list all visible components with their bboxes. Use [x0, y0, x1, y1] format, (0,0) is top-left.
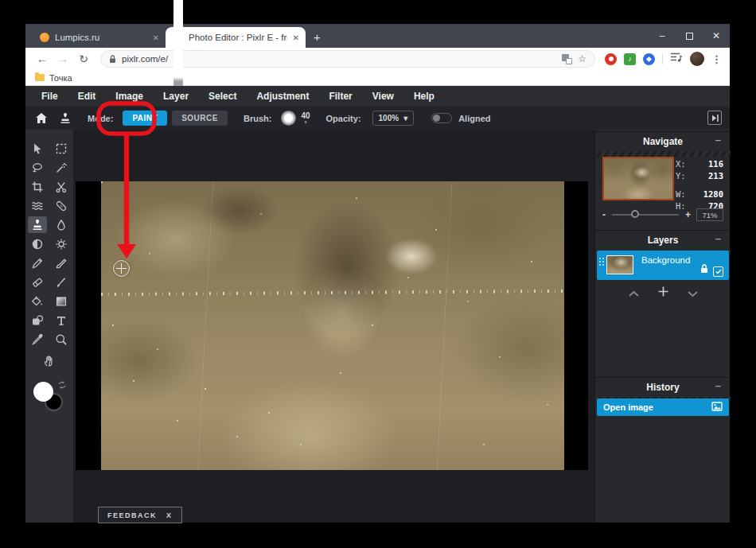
clone-stamp-tool-icon[interactable] [28, 216, 47, 233]
feedback-close[interactable]: X [166, 511, 173, 519]
url-text: pixlr.com/e/ [122, 54, 556, 64]
hand-tool-icon[interactable] [40, 352, 59, 369]
arrange-tool-icon[interactable] [28, 140, 47, 157]
swap-colors-icon[interactable] [57, 379, 67, 393]
text-tool-icon[interactable] [52, 312, 71, 328]
adblock-extension-icon[interactable] [605, 53, 617, 65]
layer-row-background[interactable]: Background [597, 251, 729, 280]
blur-tool-icon[interactable] [52, 216, 71, 233]
menu-help[interactable]: Help [414, 91, 435, 102]
tab-title: Lumpics.ru [55, 33, 147, 42]
window-controls: – ✕ [649, 24, 730, 48]
reload-icon[interactable]: ↻ [75, 52, 92, 65]
layers-header: Layers – [595, 230, 731, 250]
toning-tool-icon[interactable] [28, 235, 47, 252]
gradient-tool-icon[interactable] [52, 293, 71, 309]
collapse-panel-icon[interactable] [707, 111, 722, 125]
move-layer-up-icon[interactable] [628, 286, 640, 301]
feedback-button[interactable]: FEEDBACK X [98, 507, 182, 523]
cutout-tool-icon[interactable] [52, 178, 71, 195]
home-icon[interactable] [35, 112, 48, 124]
back-icon[interactable]: ← [33, 52, 51, 65]
brush-preview[interactable] [281, 111, 296, 126]
media-controls-icon[interactable] [670, 52, 683, 66]
new-tab-button[interactable]: + [314, 30, 321, 44]
collapse-navigate-button[interactable]: – [715, 134, 721, 146]
draw-tool-icon[interactable] [52, 255, 71, 271]
eraser-tool-icon[interactable] [28, 274, 47, 290]
close-icon[interactable]: ✕ [293, 33, 299, 42]
close-window-button[interactable]: ✕ [703, 24, 730, 48]
divider [595, 151, 731, 157]
menu-view[interactable]: View [372, 91, 394, 102]
forward-icon[interactable]: → [54, 52, 72, 65]
pixlr-app: File Edit Image Layer Select Adjustment … [25, 86, 730, 523]
history-title: History [646, 382, 679, 393]
music-extension-icon[interactable]: ♪ [624, 53, 636, 65]
detail-tool-icon[interactable] [52, 235, 71, 252]
photo-layer[interactable] [101, 181, 564, 470]
tab-title: Photo Editor : Pixlr E - free image [189, 33, 287, 42]
zoom-slider[interactable] [612, 214, 679, 216]
close-icon[interactable]: ✕ [153, 33, 159, 42]
minimize-button[interactable]: – [649, 24, 676, 48]
profile-avatar[interactable] [690, 52, 704, 66]
opacity-dropdown[interactable]: 100% ▾ [372, 111, 415, 126]
menu-layer[interactable]: Layer [163, 91, 189, 102]
translate-icon[interactable] [562, 54, 572, 64]
tab-lumpics[interactable]: Lumpics.ru ✕ [32, 27, 166, 48]
layer-visibility-checkbox[interactable] [713, 266, 723, 277]
shape-tool-icon[interactable] [28, 312, 47, 328]
zoom-out-button[interactable]: - [602, 209, 606, 220]
menu-image[interactable]: Image [115, 91, 143, 102]
menu-select[interactable]: Select [208, 91, 236, 102]
w-label: W: [676, 188, 686, 200]
source-mode-button[interactable]: SOURCE [172, 111, 228, 126]
tool-palette [25, 130, 73, 523]
zoom-in-button[interactable]: + [685, 209, 691, 220]
liquify-tool-icon[interactable] [28, 197, 47, 214]
layer-name: Background [641, 255, 690, 265]
foreground-color-swatch[interactable] [33, 382, 53, 402]
chrome-menu-icon[interactable]: ⋮ [711, 53, 722, 65]
proxy-extension-icon[interactable] [643, 53, 655, 65]
menu-adjustment[interactable]: Adjustment [256, 91, 309, 102]
add-layer-icon[interactable] [657, 286, 669, 301]
tab-pixlr[interactable]: Photo Editor : Pixlr E - free image ✕ [166, 27, 306, 48]
navigate-title: Navigate [643, 136, 683, 147]
aligned-toggle[interactable] [431, 113, 452, 123]
lasso-tool-icon[interactable] [28, 159, 47, 176]
chevron-down-icon: ▾ [304, 119, 307, 125]
paint-mode-button[interactable]: PAINT [123, 111, 167, 126]
collapse-history-button[interactable]: – [715, 379, 721, 391]
pencil-tool-icon[interactable] [28, 255, 47, 271]
app-main: FEEDBACK X Navigate – X:116 Y:213 W:1280… [25, 130, 730, 523]
clone-tool-indicator-icon [59, 112, 72, 125]
crop-tool-icon[interactable] [28, 178, 47, 195]
lock-icon [109, 55, 116, 64]
lock-icon[interactable] [700, 262, 708, 277]
paint-tool-icon[interactable] [52, 274, 71, 290]
picker-tool-icon[interactable] [28, 331, 47, 348]
collapse-layers-button[interactable]: – [715, 232, 721, 244]
brush-size-stepper[interactable]: 40 ▾ [301, 112, 310, 125]
menu-filter[interactable]: Filter [329, 91, 352, 102]
fill-tool-icon[interactable] [28, 293, 47, 309]
menu-edit[interactable]: Edit [78, 91, 96, 102]
marquee-tool-icon[interactable] [52, 140, 71, 157]
history-item-open-image[interactable]: Open image [597, 398, 729, 416]
canvas-workspace: FEEDBACK X [73, 130, 594, 523]
bookmark-item[interactable]: Точка [49, 73, 72, 83]
heal-tool-icon[interactable] [52, 197, 71, 214]
zoom-tool-icon[interactable] [52, 331, 71, 348]
zoom-percent[interactable]: 71% [696, 208, 723, 221]
menu-file[interactable]: File [41, 91, 58, 102]
maximize-button[interactable] [676, 24, 703, 48]
move-layer-down-icon[interactable] [687, 286, 699, 301]
zoom-slider-knob[interactable] [631, 210, 639, 218]
brush-label: Brush: [244, 114, 271, 123]
bookmark-star-icon[interactable]: ☆ [578, 53, 586, 64]
wand-tool-icon[interactable] [52, 159, 71, 176]
navigate-thumbnail[interactable] [602, 157, 674, 200]
drag-handle-icon[interactable] [599, 258, 604, 266]
